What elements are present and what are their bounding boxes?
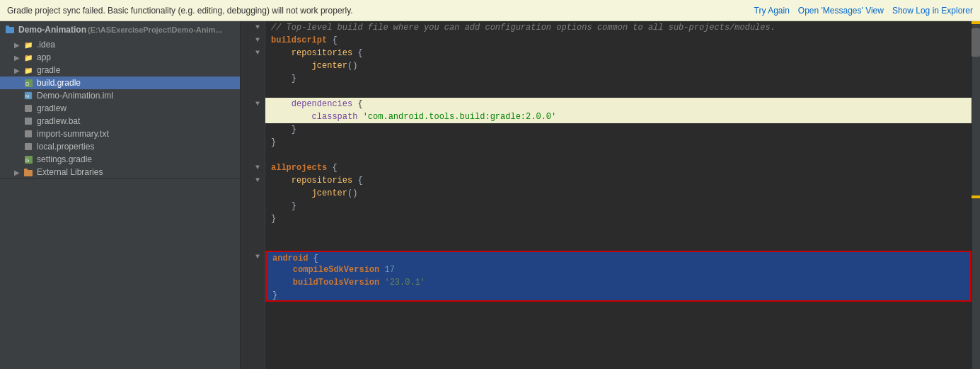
sidebar-item-label-app: app: [37, 52, 51, 62]
project-sidebar: Demo-Animation (E:\ASExerciseProject\Dem…: [0, 21, 241, 369]
sidebar-item-app[interactable]: ▶ 📁 app: [0, 51, 240, 64]
svg-rect-8: [25, 130, 32, 137]
external-libraries-icon: [23, 167, 34, 177]
folder-icon-gradle: 📁: [23, 65, 34, 75]
file-arrow-build-gradle: ▶: [14, 79, 23, 87]
project-path: (E:\ASExerciseProject\Demo-Anim...: [88, 25, 222, 34]
code-line-19: android {: [265, 251, 972, 263]
sidebar-item-local-properties[interactable]: ▶ local.properties: [0, 140, 240, 153]
gradlew-file-icon: [23, 103, 34, 113]
scrollbar-thumb[interactable]: [972, 28, 980, 57]
sidebar-item-label-external-libraries: External Libraries: [37, 167, 103, 177]
code-line-7: dependencies {: [265, 98, 972, 110]
folder-icon-idea: 📁: [23, 40, 34, 50]
code-line-16: }: [265, 212, 972, 225]
code-line-3: repositories {: [265, 47, 972, 59]
sidebar-item-gradlew[interactable]: ▶ gradlew: [0, 102, 240, 115]
sidebar-item-label-demo-iml: Demo-Animation.iml: [37, 91, 113, 101]
svg-text:M: M: [25, 94, 29, 98]
code-line-1: // Top-level build file where you can ad…: [265, 21, 972, 34]
sidebar-item-settings-gradle[interactable]: ▶ G settings.gradle: [0, 153, 240, 166]
sidebar-scrollbar[interactable]: [0, 178, 240, 187]
code-line-5: }: [265, 72, 972, 85]
show-log-link[interactable]: Show Log in Explorer: [892, 6, 973, 16]
sidebar-header: Demo-Animation (E:\ASExerciseProject\Dem…: [0, 21, 240, 38]
svg-rect-0: [6, 27, 14, 33]
settings-gradle-icon: G: [23, 154, 34, 164]
code-line-11: [265, 149, 972, 161]
code-line-23: [265, 302, 972, 314]
try-again-link[interactable]: Try Again: [754, 6, 790, 16]
sidebar-item-label-settings-gradle: settings.gradle: [37, 154, 92, 164]
sidebar-item-label-build-gradle: build.gradle: [37, 78, 81, 88]
gradle-file-icon: G: [23, 78, 34, 88]
code-line-20: compileSdkVersion 17: [265, 263, 972, 276]
sidebar-item-label-import-summary: import-summary.txt: [37, 129, 109, 139]
sidebar-item-label-idea: .idea: [37, 40, 55, 50]
svg-rect-6: [25, 105, 32, 112]
scrollbar-marker-yellow-2: [972, 195, 980, 198]
folder-arrow-idea: ▶: [14, 41, 23, 49]
sidebar-item-import-summary[interactable]: ▶ import-summary.txt: [0, 127, 240, 140]
svg-rect-1: [6, 25, 9, 28]
sidebar-item-build-gradle[interactable]: ▶ G build.gradle: [0, 76, 240, 89]
svg-text:G: G: [25, 81, 29, 86]
folder-arrow-gradle: ▶: [14, 67, 23, 74]
code-line-14: jcenter(): [265, 187, 972, 200]
ext-lib-arrow: ▶: [14, 169, 23, 176]
code-line-8: classpath 'com.android.tools.build:gradl…: [265, 110, 972, 123]
code-line-17: [265, 225, 972, 238]
code-line-18: [265, 238, 972, 251]
code-line-24: [265, 314, 972, 327]
vertical-scrollbar[interactable]: [972, 21, 980, 369]
scrollbar-marker-yellow: [972, 21, 980, 24]
sidebar-item-demo-iml[interactable]: ▶ M Demo-Animation.iml: [0, 89, 240, 102]
svg-rect-9: [25, 143, 32, 150]
svg-rect-12: [24, 170, 33, 176]
folder-icon-app: 📁: [23, 52, 34, 62]
open-messages-link[interactable]: Open 'Messages' View: [798, 6, 884, 16]
svg-text:G: G: [25, 158, 29, 163]
sidebar-item-label-local-properties: local.properties: [37, 142, 94, 152]
code-line-9: }: [265, 123, 972, 136]
sidebar-item-gradlew-bat[interactable]: ▶ gradlew.bat: [0, 115, 240, 127]
folder-arrow-app: ▶: [14, 54, 23, 62]
code-editor[interactable]: // Top-level build file where you can ad…: [265, 21, 972, 369]
project-name: Demo-Animation: [18, 25, 86, 35]
code-line-10: }: [265, 136, 972, 149]
sidebar-item-label-gradle: gradle: [37, 65, 60, 75]
line-gutter: ▼ ▼ ▼ ▼ ▼ ▼ ▼: [241, 21, 265, 369]
notification-bar: Gradle project sync failed. Basic functi…: [0, 0, 980, 21]
code-line-4: jcenter(): [265, 59, 972, 72]
code-line-22: }: [265, 289, 972, 302]
svg-rect-7: [25, 118, 32, 125]
project-icon: [4, 24, 16, 35]
notification-message: Gradle project sync failed. Basic functi…: [7, 6, 754, 16]
svg-rect-13: [24, 169, 28, 171]
sidebar-item-external-libraries[interactable]: ▶ External Libraries: [0, 166, 240, 178]
code-line-12: allprojects {: [265, 161, 972, 174]
editor-area: ▼ ▼ ▼ ▼ ▼ ▼ ▼: [241, 21, 980, 369]
file-arrow-iml: ▶: [14, 92, 23, 100]
local-properties-icon: [23, 142, 34, 152]
code-line-25: [265, 327, 972, 340]
code-line-2: buildscript {: [265, 34, 972, 47]
sidebar-item-idea[interactable]: ▶ 📁 .idea: [0, 38, 240, 51]
iml-file-icon: M: [23, 91, 34, 101]
code-line-6: [265, 85, 972, 98]
sidebar-item-label-gradlew-bat: gradlew.bat: [37, 116, 80, 126]
gradlew-bat-icon: [23, 116, 34, 126]
code-line-13: repositories {: [265, 174, 972, 187]
code-line-21: buildToolsVersion '23.0.1': [265, 276, 972, 289]
sidebar-item-label-gradlew: gradlew: [37, 103, 67, 113]
sidebar-item-gradle[interactable]: ▶ 📁 gradle: [0, 64, 240, 76]
import-summary-icon: [23, 129, 34, 139]
code-line-15: }: [265, 200, 972, 212]
